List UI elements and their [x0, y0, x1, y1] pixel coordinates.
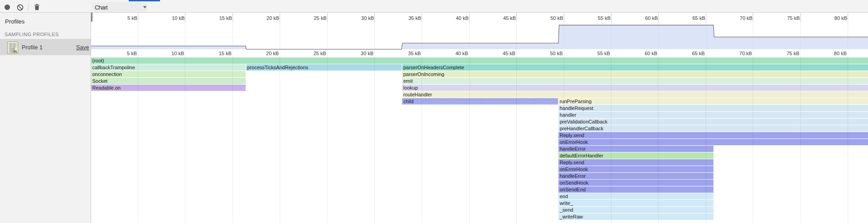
svg-text:%: %: [14, 49, 17, 54]
